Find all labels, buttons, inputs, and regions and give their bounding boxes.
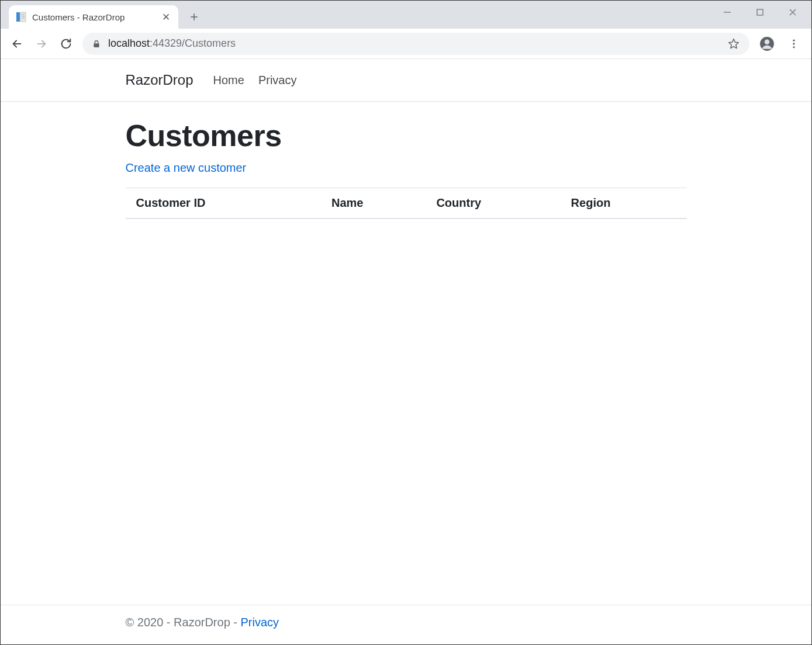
svg-rect-6 xyxy=(757,9,763,15)
reload-button[interactable] xyxy=(58,36,74,52)
browser-menu-button[interactable] xyxy=(785,34,803,53)
page-viewport: RazorDrop Home Privacy Customers Create … xyxy=(1,59,811,644)
url-path: :44329/Customers xyxy=(150,37,236,49)
page-title: Customers xyxy=(126,118,687,153)
svg-point-11 xyxy=(765,39,770,44)
window-close-button[interactable] xyxy=(776,1,809,24)
nav-link-privacy[interactable]: Privacy xyxy=(258,74,297,87)
svg-rect-0 xyxy=(16,12,20,22)
profile-button[interactable] xyxy=(758,34,776,53)
col-customer-id: Customer ID xyxy=(126,188,324,219)
back-button[interactable] xyxy=(9,36,25,52)
url-text: localhost:44329/Customers xyxy=(108,37,720,50)
favicon-icon xyxy=(16,12,26,22)
bookmark-star-icon[interactable] xyxy=(727,37,740,50)
footer-privacy-link[interactable]: Privacy xyxy=(241,616,279,629)
table-header-row: Customer ID Name Country Region xyxy=(126,188,687,219)
site-header: RazorDrop Home Privacy xyxy=(1,59,811,102)
browser-chrome: Customers - RazorDrop ✕ xyxy=(1,1,811,59)
browser-tab[interactable]: Customers - RazorDrop ✕ xyxy=(9,5,178,29)
svg-point-12 xyxy=(793,39,794,41)
window-maximize-button[interactable] xyxy=(744,1,776,24)
customers-table: Customer ID Name Country Region xyxy=(126,188,687,219)
svg-point-13 xyxy=(793,43,794,44)
svg-rect-9 xyxy=(94,43,99,47)
brand[interactable]: RazorDrop xyxy=(126,72,194,88)
create-customer-link[interactable]: Create a new customer xyxy=(126,161,247,174)
window-controls xyxy=(711,1,809,24)
window-minimize-button[interactable] xyxy=(711,1,744,24)
svg-point-14 xyxy=(793,46,794,48)
new-tab-button[interactable] xyxy=(184,7,204,27)
tab-title: Customers - RazorDrop xyxy=(32,12,155,22)
nav-links: Home Privacy xyxy=(213,74,297,87)
main-content: Customers Create a new customer Customer… xyxy=(1,102,811,605)
col-country: Country xyxy=(429,188,564,219)
forward-button[interactable] xyxy=(33,36,50,52)
browser-toolbar: localhost:44329/Customers xyxy=(1,29,811,59)
navbar: RazorDrop Home Privacy xyxy=(126,59,687,101)
site-footer: © 2020 - RazorDrop - Privacy xyxy=(1,605,811,644)
col-region: Region xyxy=(564,188,687,219)
address-bar[interactable]: localhost:44329/Customers xyxy=(82,33,749,55)
svg-rect-1 xyxy=(20,12,26,22)
nav-link-home[interactable]: Home xyxy=(213,74,244,87)
lock-icon xyxy=(92,39,101,48)
col-name: Name xyxy=(324,188,429,219)
url-host: localhost xyxy=(108,37,150,49)
tab-strip: Customers - RazorDrop ✕ xyxy=(1,1,811,29)
close-tab-icon[interactable]: ✕ xyxy=(161,12,171,22)
footer-text: © 2020 - RazorDrop - xyxy=(126,616,241,629)
